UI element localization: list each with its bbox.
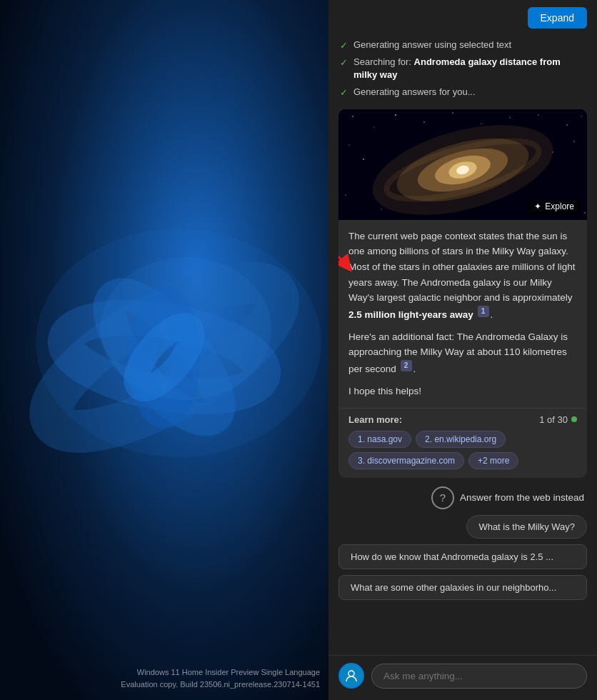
source-chip-discover[interactable]: 3. discovermagazine.com xyxy=(348,452,464,469)
learn-more-label: Learn more: xyxy=(348,414,402,425)
source-chip-wikipedia[interactable]: 2. en.wikipedia.org xyxy=(416,431,506,448)
globe-icon: ? xyxy=(431,486,454,509)
svg-point-27 xyxy=(584,212,585,213)
source-chips: 1. nasa.gov 2. en.wikipedia.org 3. disco… xyxy=(338,429,587,478)
bing-sidebar: Expand ✓ Generating answer using selecte… xyxy=(328,0,597,700)
svg-point-25 xyxy=(381,209,381,209)
status-list: ✓ Generating answer using selected text … xyxy=(328,36,597,106)
svg-point-15 xyxy=(481,123,481,124)
page-count: 1 of 30 xyxy=(539,414,577,425)
answer-text: The current web page context states that… xyxy=(338,220,587,408)
svg-point-35 xyxy=(348,671,354,676)
explore-overlay[interactable]: ✦ Explore xyxy=(527,199,581,214)
top-bar: Expand xyxy=(328,0,597,36)
svg-point-23 xyxy=(573,141,574,141)
windows-watermark: Windows 11 Home Insider Preview Single L… xyxy=(121,666,320,691)
svg-point-11 xyxy=(373,126,374,127)
svg-point-19 xyxy=(581,116,581,116)
svg-point-18 xyxy=(566,124,568,126)
bottom-input-row xyxy=(328,655,597,700)
answer-paragraph-3: I hope this helps! xyxy=(348,384,577,399)
galaxy-image-container: ✦ Explore xyxy=(338,109,587,220)
svg-point-13 xyxy=(423,121,424,122)
explore-label: Explore xyxy=(545,201,574,211)
answer-from-web-text[interactable]: Answer from the web instead xyxy=(460,492,584,503)
svg-point-7 xyxy=(100,257,271,400)
check-icon-1: ✓ xyxy=(340,39,348,52)
source-chip-nasa[interactable]: 1. nasa.gov xyxy=(348,431,411,448)
suggestion-pill-3[interactable]: What are some other galaxies in our neig… xyxy=(338,575,587,600)
expand-button[interactable]: Expand xyxy=(528,7,587,29)
status-text-1: Generating answer using selected text xyxy=(353,39,511,51)
wand-icon: ✦ xyxy=(534,201,541,211)
svg-point-12 xyxy=(395,114,396,116)
green-dot xyxy=(571,416,577,422)
answer-paragraph-2: Here's an additional fact: The Andromeda… xyxy=(348,329,577,376)
check-icon-2: ✓ xyxy=(340,56,348,69)
svg-point-24 xyxy=(345,194,346,196)
suggestion-pill-2[interactable]: How do we know that Andromeda galaxy is … xyxy=(338,544,587,569)
check-icon-3: ✓ xyxy=(340,86,348,99)
svg-point-20 xyxy=(348,144,349,145)
wallpaper: Windows 11 Home Insider Preview Single L… xyxy=(0,0,328,700)
answer-paragraph-1: The current web page context states that… xyxy=(348,229,577,322)
status-item-3: ✓ Generating answers for you... xyxy=(340,86,586,99)
learn-more-row: Learn more: 1 of 30 xyxy=(338,408,587,429)
source-chip-more[interactable]: +2 more xyxy=(468,452,518,469)
citation-1[interactable]: 1 xyxy=(478,306,489,317)
suggestion-pill-1[interactable]: What is the Milky Way? xyxy=(466,515,587,539)
status-text-2: Searching for: Andromeda galaxy distance… xyxy=(353,56,586,81)
status-item-2: ✓ Searching for: Andromeda galaxy distan… xyxy=(340,56,586,81)
answer-from-web-row: ? Answer from the web instead xyxy=(338,486,587,509)
svg-point-16 xyxy=(509,117,511,119)
citation-2[interactable]: 2 xyxy=(401,360,412,371)
suggestions-area: ? Answer from the web instead What is th… xyxy=(328,481,597,655)
answer-card: ✦ Explore The current web page context s… xyxy=(338,109,587,478)
ask-input[interactable] xyxy=(371,664,587,689)
svg-point-10 xyxy=(352,116,353,117)
svg-point-21 xyxy=(363,159,364,160)
svg-point-17 xyxy=(538,114,538,115)
svg-point-14 xyxy=(452,112,453,114)
status-item-1: ✓ Generating answer using selected text xyxy=(340,39,586,52)
status-text-3: Generating answers for you... xyxy=(353,86,476,99)
chat-avatar xyxy=(338,663,364,689)
